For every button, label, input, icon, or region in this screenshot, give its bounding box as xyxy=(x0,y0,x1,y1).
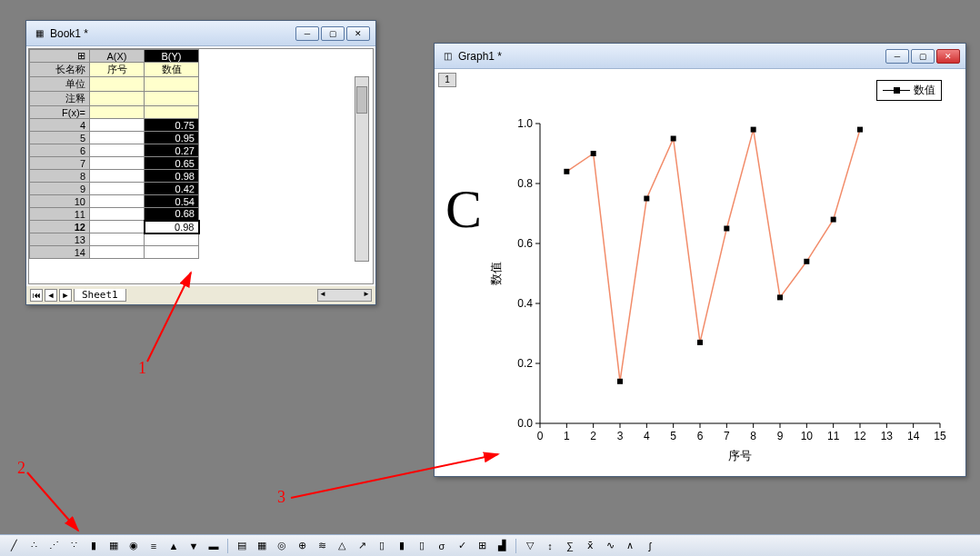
row-header[interactable]: 6 xyxy=(30,144,90,157)
row-header[interactable]: 8 xyxy=(30,170,90,183)
cell-b[interactable] xyxy=(145,233,199,246)
row-units: 单位 xyxy=(30,77,90,92)
cell-b[interactable]: 0.98 xyxy=(145,221,199,233)
row-header[interactable]: 11 xyxy=(30,208,90,221)
col-header-a[interactable]: A(X) xyxy=(90,50,145,63)
toolbar-box-icon[interactable]: ▯ xyxy=(374,538,390,554)
longname-b[interactable]: 数值 xyxy=(145,63,199,77)
minimize-button[interactable]: ─ xyxy=(295,26,319,41)
svg-rect-56 xyxy=(831,217,836,223)
svg-rect-48 xyxy=(617,379,623,384)
svg-text:12: 12 xyxy=(854,430,866,442)
toolbar-polar-icon[interactable]: ⊕ xyxy=(294,538,310,554)
toolbar-contour-icon[interactable]: ◎ xyxy=(274,538,290,554)
toolbar-hist-icon[interactable]: ▮ xyxy=(394,538,410,554)
row-header[interactable]: 9 xyxy=(30,183,90,195)
longname-a[interactable]: 序号 xyxy=(90,63,145,77)
cell-a[interactable] xyxy=(90,170,145,183)
cell-a[interactable] xyxy=(90,233,145,246)
cell-b[interactable]: 0.65 xyxy=(145,157,199,170)
toolbar-area2-icon[interactable]: ▼ xyxy=(185,538,202,554)
toolbar-qc-icon[interactable]: ✓ xyxy=(454,538,470,554)
toolbar-area-icon[interactable]: ▲ xyxy=(165,538,182,554)
toolbar-ternary-icon[interactable]: △ xyxy=(334,538,350,554)
svg-text:10: 10 xyxy=(801,430,814,442)
sheet-nav-first[interactable]: ⏮ xyxy=(30,289,43,302)
cell-b[interactable]: 0.95 xyxy=(145,132,199,144)
svg-text:数值: 数值 xyxy=(489,262,503,285)
graph-minimize-button[interactable]: ─ xyxy=(885,49,909,64)
cell-a[interactable] xyxy=(90,144,145,157)
toolbar-integ-icon[interactable]: ∫ xyxy=(642,538,658,554)
svg-text:8: 8 xyxy=(750,430,756,442)
layer-button[interactable]: 1 xyxy=(438,73,456,87)
toolbar-pivot-icon[interactable]: ⊞ xyxy=(474,538,490,554)
toolbar-matrix-icon[interactable]: ▤ xyxy=(234,538,250,554)
toolbar-scatter-icon[interactable]: ∴ xyxy=(25,538,42,554)
cell-a[interactable] xyxy=(90,132,145,144)
toolbar-line-scatter-icon[interactable]: ⋰ xyxy=(45,538,62,554)
svg-rect-53 xyxy=(751,127,756,133)
cell-b[interactable]: 0.75 xyxy=(145,119,199,132)
toolbar-hist2-icon[interactable]: ▯ xyxy=(414,538,430,554)
cell-b[interactable]: 0.54 xyxy=(145,195,199,208)
row-header[interactable]: 7 xyxy=(30,157,90,170)
graph-maximize-button[interactable]: ▢ xyxy=(911,49,935,64)
sheet-tab[interactable]: Sheet1 xyxy=(74,289,126,302)
toolbar-fit-icon[interactable]: ∿ xyxy=(602,538,618,554)
toolbar-heatmap-icon[interactable]: ▦ xyxy=(254,538,270,554)
corner-cell[interactable]: ⊞ xyxy=(30,50,90,63)
graph-close-button[interactable]: ✕ xyxy=(936,49,960,64)
toolbar-bar3d-icon[interactable]: ▬ xyxy=(205,538,222,554)
graph-titlebar[interactable]: ◫ Graph1 * ─ ▢ ✕ xyxy=(435,44,965,69)
horizontal-scrollbar[interactable] xyxy=(317,289,372,302)
cell-a[interactable] xyxy=(90,119,145,132)
sheet-nav-prev[interactable]: ◄ xyxy=(45,289,57,302)
worksheet-titlebar[interactable]: ▦ Book1 * ─ ▢ ✕ xyxy=(26,21,375,46)
cell-b[interactable]: 0.68 xyxy=(145,208,199,221)
worksheet-grid[interactable]: ⊞ A(X) B(Y) 长名称 序号 数值 单位 注释 F(x)= 40.755… xyxy=(29,49,200,259)
toolbar-stack-icon[interactable]: ≡ xyxy=(145,538,162,554)
sheet-tab-bar: ⏮ ◄ ► Sheet1 xyxy=(26,286,375,304)
cell-a[interactable] xyxy=(90,195,145,208)
toolbar-prob-icon[interactable]: σ xyxy=(434,538,450,554)
cell-b[interactable]: 0.42 xyxy=(145,183,199,195)
toolbar-pareto-icon[interactable]: ▟ xyxy=(494,538,510,554)
toolbar-vector-icon[interactable]: ↗ xyxy=(354,538,370,554)
toolbar-waterfall-icon[interactable]: ≋ xyxy=(314,538,330,554)
cell-a[interactable] xyxy=(90,246,145,259)
cell-b[interactable]: 0.98 xyxy=(145,170,199,183)
toolbar-filter-icon[interactable]: ▽ xyxy=(522,538,538,554)
toolbar-scatter-dash-icon[interactable]: ∵ xyxy=(65,538,82,554)
svg-text:0.6: 0.6 xyxy=(517,237,533,250)
toolbar-calc-icon[interactable]: ∑ xyxy=(562,538,578,554)
row-header[interactable]: 4 xyxy=(30,119,90,132)
row-header[interactable]: 5 xyxy=(30,132,90,144)
toolbar-stats-icon[interactable]: x̄ xyxy=(582,538,598,554)
toolbar-column-icon[interactable]: ▮ xyxy=(85,538,102,554)
svg-text:14: 14 xyxy=(907,430,920,442)
row-header[interactable]: 10 xyxy=(30,195,90,208)
toolbar-sort-icon[interactable]: ↕ xyxy=(542,538,558,554)
chart-plot[interactable]: 0.00.20.40.60.81.00123456789101112131415… xyxy=(476,96,958,478)
row-fx: F(x)= xyxy=(30,106,90,119)
maximize-button[interactable]: ▢ xyxy=(321,26,345,41)
cell-b[interactable]: 0.27 xyxy=(145,144,199,157)
cell-b[interactable] xyxy=(145,246,199,259)
vertical-scrollbar[interactable] xyxy=(355,76,369,262)
cell-a[interactable] xyxy=(90,221,145,233)
row-header[interactable]: 13 xyxy=(30,233,90,246)
toolbar-surface-icon[interactable]: ▦ xyxy=(105,538,122,554)
cell-a[interactable] xyxy=(90,157,145,170)
row-header[interactable]: 14 xyxy=(30,246,90,259)
cell-a[interactable] xyxy=(90,183,145,195)
toolbar-peak-icon[interactable]: ∧ xyxy=(622,538,638,554)
toolbar-line-icon[interactable]: ╱ xyxy=(5,538,22,554)
row-header[interactable]: 12 xyxy=(30,221,90,233)
cell-a[interactable] xyxy=(90,208,145,221)
svg-text:13: 13 xyxy=(881,430,894,442)
col-header-b[interactable]: B(Y) xyxy=(145,50,199,63)
toolbar-pie-icon[interactable]: ◉ xyxy=(125,538,142,554)
sheet-nav-next[interactable]: ► xyxy=(59,289,72,302)
close-button[interactable]: ✕ xyxy=(346,26,370,41)
